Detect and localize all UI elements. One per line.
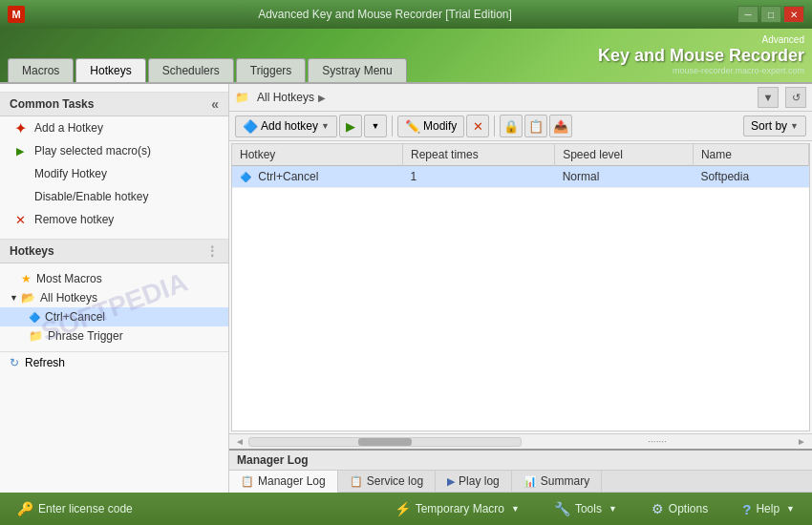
modify-label: Modify Hotkey [34,167,107,180]
all-hotkeys-label: All Hotkeys [40,291,97,304]
key-icon: 🔑 [17,501,33,516]
play-icon: ▶ [11,142,29,159]
tree-item-most-macros[interactable]: ★ Most Macros [0,269,228,288]
log-tab-play[interactable]: ▶ Play log [436,471,512,492]
tree-section: SOFTPEDIA ★ Most Macros ▼ 📂 All Hotkeys … [0,263,228,351]
tab-hotkeys[interactable]: Hotkeys [75,58,145,82]
sort-dropdown-icon: ▼ [790,121,799,131]
copy-button[interactable]: 📋 [524,115,547,137]
toolbar-separator-2 [494,116,495,136]
common-tasks-header: Common Tasks « [0,92,228,116]
cell-name: Softpedia [693,166,808,188]
toolbar: 🔷 Add hotkey ▼ ▶ ▼ ✏️ Modify ✕ 🔒 📋 📤 [229,112,812,141]
summary-icon: 📊 [524,475,537,488]
add-hotkey-dropdown-icon: ▼ [321,121,330,131]
tab-bar: Macros Hotkeys Schedulers Triggers Systr… [8,58,407,82]
hotkeys-label: Hotkeys [10,244,54,258]
breadcrumb-arrow-icon: ▶ [318,93,326,103]
delete-button[interactable]: ✕ [466,115,489,137]
breadcrumb-bar: 📁 All Hotkeys ▶ ▼ ↺ [229,84,812,112]
refresh-bar[interactable]: ↻ Refresh [0,351,228,373]
add-hotkey-btn-label: Add hotkey [261,119,318,133]
modify-icon [11,165,29,182]
help-item[interactable]: ? Help ▼ [735,498,802,520]
summary-label: Summary [541,474,589,488]
collapse-common-tasks-icon[interactable]: « [211,96,219,112]
h-scroll-area[interactable]: ◄ ······· ► [229,433,812,449]
log-section: Manager Log 📋 Manager Log 📋 Service log … [229,449,812,493]
sidebar-item-play[interactable]: ▶ Play selected macro(s) [0,139,228,162]
tab-macros[interactable]: Macros [8,58,74,82]
phrase-trigger-icon: 📁 [29,329,43,343]
table-header-row: Hotkey Repeat times Speed level Name [232,144,809,166]
tree-item-ctrl-cancel[interactable]: 🔷 Ctrl+Cancel [0,307,228,326]
hotkey-row-icon: 🔷 [240,172,251,182]
col-repeat-times: Repeat times [403,144,555,166]
export-button[interactable]: 📤 [549,115,572,137]
breadcrumb-refresh-btn[interactable]: ↺ [785,87,806,108]
sort-by-label: Sort by [751,119,787,133]
sidebar-item-remove[interactable]: ✕ Remove hotkey [0,208,228,231]
sidebar-item-add-hotkey[interactable]: ✦ Add a Hotkey [0,116,228,139]
maximize-button[interactable]: □ [760,6,781,23]
macro-item[interactable]: ⚡ Temporary Macro ▼ [387,498,527,519]
tab-schedulers[interactable]: Schedulers [148,58,234,82]
modify-button[interactable]: ✏️ Modify [397,116,464,137]
tools-item[interactable]: 🔧 Tools ▼ [546,498,625,519]
window-title: Advanced Key and Mouse Recorder [Trial E… [32,8,737,21]
common-tasks-label: Common Tasks [10,97,94,111]
breadcrumb-dropdown-btn[interactable]: ▼ [758,87,779,108]
log-tab-manager[interactable]: 📋 Manager Log [229,471,338,493]
phrase-trigger-label: Phrase Trigger [48,329,123,343]
tree-item-phrase-trigger[interactable]: 📁 Phrase Trigger [0,326,228,346]
table-row[interactable]: 🔷 Ctrl+Cancel 1 Normal Softpedia [232,166,809,188]
minimize-button[interactable]: ─ [737,6,759,23]
col-name: Name [693,144,808,166]
tab-systray[interactable]: Systray Menu [308,58,406,82]
hotkeys-header: Hotkeys ⋮ [0,239,228,263]
tree-item-all-hotkeys[interactable]: ▼ 📂 All Hotkeys [0,288,228,307]
add-hotkey-icon: ✦ [11,119,29,136]
sort-by-button[interactable]: Sort by ▼ [743,116,806,136]
logo-small: Advanced [598,34,804,46]
lightning-icon: ⚡ [395,501,411,516]
col-hotkey: Hotkey [232,144,403,166]
close-button[interactable]: ✕ [783,6,804,23]
h-scroll-thumb[interactable] [358,438,413,446]
cell-speed-level: Normal [555,166,694,188]
scroll-right-btn[interactable]: ► [793,436,810,447]
play-btn[interactable]: ▶ [339,115,362,137]
status-bar: 🔑 Enter license code ⚡ Temporary Macro ▼… [0,493,812,525]
log-tab-service[interactable]: 📋 Service log [338,471,436,492]
scroll-dots: ······· [522,436,793,447]
lock-button[interactable]: 🔒 [500,115,523,137]
play-dropdown-btn[interactable]: ▼ [364,115,387,137]
play-log-icon: ▶ [447,475,455,488]
wrench-icon: 🔧 [554,501,570,516]
tab-triggers[interactable]: Triggers [236,58,307,82]
refresh-icon: ↻ [10,356,19,369]
window-controls: ─ □ ✕ [737,6,804,23]
macro-dropdown-icon: ▼ [511,504,520,514]
main-area: Macros Hotkeys Schedulers Triggers Systr… [0,29,812,525]
remove-label: Remove hotkey [34,213,114,226]
sidebar-item-modify[interactable]: Modify Hotkey [0,162,228,185]
h-scroll-track[interactable] [248,437,522,447]
hotkeys-divider-icon: ⋮ [205,243,219,259]
options-item[interactable]: ⚙ Options [644,498,716,519]
sidebar-item-disable[interactable]: Disable/Enable hotkey [0,185,228,208]
modify-btn-icon: ✏️ [405,119,420,134]
logo-url: mouse-recorder.macro-expert.com [598,66,804,76]
add-hotkey-label: Add a Hotkey [34,121,103,135]
logo-large: Key and Mouse Recorder [598,46,804,67]
add-hotkey-button[interactable]: 🔷 Add hotkey ▼ [235,116,337,137]
service-log-label: Service log [367,474,423,488]
log-tab-summary[interactable]: 📊 Summary [512,471,602,492]
scroll-left-btn[interactable]: ◄ [231,436,248,447]
toolbar-separator-1 [392,116,393,136]
log-header: Manager Log [229,451,812,471]
license-item[interactable]: 🔑 Enter license code [10,498,140,519]
right-panel: 📁 All Hotkeys ▶ ▼ ↺ 🔷 Add hotkey ▼ ▶ ▼ ✏ [229,84,812,493]
refresh-label: Refresh [25,356,65,369]
remove-icon: ✕ [11,211,29,228]
